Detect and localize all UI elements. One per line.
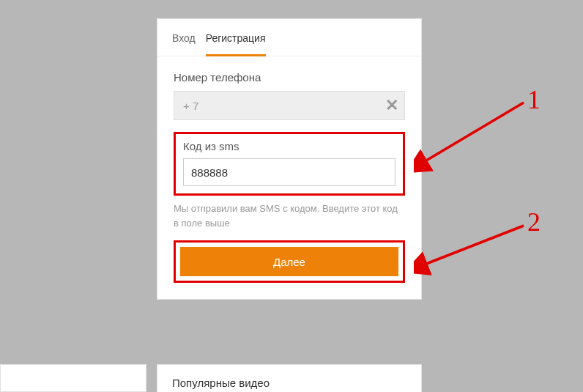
phone-input-row[interactable]: + 7 ✕	[174, 91, 405, 120]
svg-line-0	[423, 103, 524, 163]
arrow-2-icon	[414, 220, 531, 278]
registration-panel: Вход Регистрация Номер телефона + 7 ✕ Ко…	[157, 18, 422, 300]
annotation-number-2: 2	[527, 207, 541, 237]
phone-label: Номер телефона	[174, 71, 405, 84]
popular-videos-panel: Популярные видео	[157, 364, 422, 392]
clear-icon[interactable]: ✕	[385, 97, 398, 114]
sms-hint: Мы отправили вам SMS с кодом. Введите эт…	[174, 201, 405, 230]
next-button-highlight: Далее	[174, 240, 405, 283]
svg-line-1	[423, 226, 524, 265]
tab-login[interactable]: Вход	[172, 32, 196, 56]
tab-register[interactable]: Регистрация	[206, 32, 266, 56]
sms-code-input[interactable]	[183, 158, 396, 186]
sms-label: Код из sms	[183, 140, 396, 152]
auth-tabs: Вход Регистрация	[157, 19, 421, 56]
next-button[interactable]: Далее	[180, 247, 398, 276]
phone-prefix: + 7	[183, 100, 198, 112]
arrow-1-icon	[414, 95, 531, 176]
annotation-number-1: 1	[527, 84, 541, 115]
sidebar-stub	[0, 364, 146, 392]
form-area: Номер телефона + 7 ✕ Код из sms Мы отпра…	[157, 56, 421, 299]
popular-videos-title: Популярные видео	[172, 377, 270, 389]
sms-highlight-box: Код из sms	[174, 132, 405, 196]
